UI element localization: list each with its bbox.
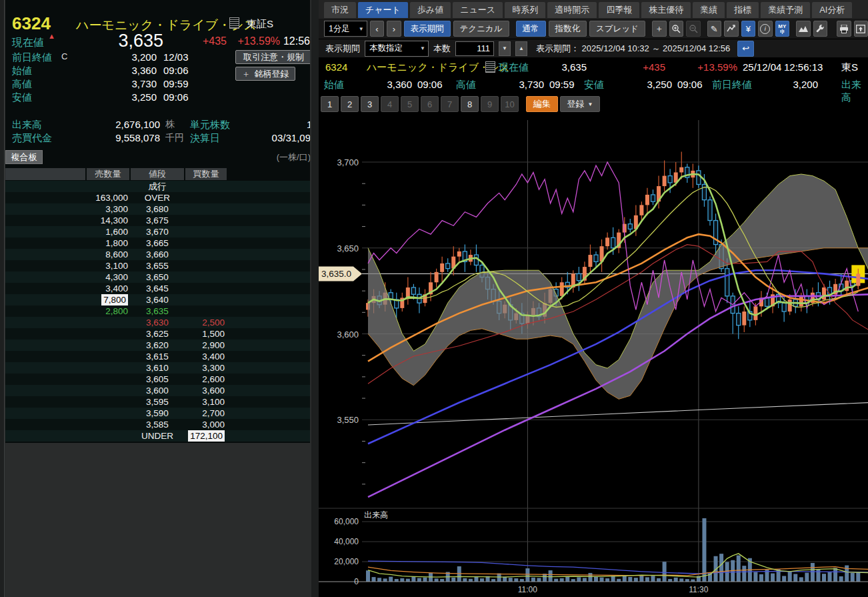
board-header-buy[interactable]: 買数量 xyxy=(185,168,227,180)
tab-ニュース[interactable]: ニュース xyxy=(453,2,503,18)
board-row[interactable]: 3,6052,600 xyxy=(5,374,310,385)
board-row[interactable]: 14,3003,675 xyxy=(5,215,310,226)
volume-value: 2,676,100 xyxy=(85,119,160,130)
tab-適時開示[interactable]: 適時開示 xyxy=(547,2,597,18)
price-level: 3,675 xyxy=(124,215,191,226)
board-row[interactable]: 163,000OVER xyxy=(5,192,310,203)
page-button-10[interactable]: 10 xyxy=(501,96,519,112)
tab-チャート[interactable]: チャート xyxy=(358,2,408,18)
page-button-2[interactable]: 2 xyxy=(341,96,359,112)
tab-四季報[interactable]: 四季報 xyxy=(599,2,639,18)
register-stock-button[interactable]: ＋ 銘柄登録 xyxy=(235,67,295,81)
yen-display-button[interactable]: ¥ xyxy=(741,21,756,37)
board-row[interactable]: 3,4003,645 xyxy=(5,283,310,294)
price-change-pct: +13.59% xyxy=(232,35,280,47)
y-axis-tick: 3,650 xyxy=(337,243,359,253)
board-header-price[interactable]: 値段 xyxy=(131,168,184,180)
tab-業績予測[interactable]: 業績予測 xyxy=(761,2,810,18)
board-row[interactable]: UNDER172,100 xyxy=(5,430,310,442)
board-row[interactable]: 3,5902,700 xyxy=(5,408,310,419)
technical-button[interactable]: テクニカル xyxy=(453,21,509,37)
volume-axis-tick: 20,000 xyxy=(334,557,359,566)
unit-shares-value: 1 xyxy=(307,119,310,130)
board-row[interactable]: 3,6302,500 xyxy=(5,317,310,328)
count-decrement-button[interactable]: ▼ xyxy=(499,41,511,56)
price-change: +435 xyxy=(180,35,227,47)
turnover-label: 売買代金 xyxy=(12,132,52,145)
price-level: 3,650 xyxy=(124,271,191,283)
tab-時系列[interactable]: 時系列 xyxy=(505,2,545,18)
board-row[interactable]: 3,6251,500 xyxy=(5,328,310,340)
volume-label: 出来高 xyxy=(12,119,42,131)
display-period-button[interactable]: 表示期間 xyxy=(404,21,451,37)
prev-button[interactable]: ‹ xyxy=(370,21,385,37)
tab-市況[interactable]: 市況 xyxy=(324,2,356,18)
board-row[interactable]: 成行 xyxy=(5,181,310,192)
register-button[interactable]: 登録▼ xyxy=(560,96,600,112)
count-increment-button[interactable]: ▲ xyxy=(515,41,527,56)
info-change-pct: +13.59% xyxy=(692,61,737,73)
draw-pencil-icon[interactable]: ✎ xyxy=(707,21,722,37)
my-chart-button[interactable]: MYı|ı xyxy=(775,21,790,37)
open-label: 始値 xyxy=(324,79,344,91)
trade-caution-button[interactable]: 取引注意・規制 xyxy=(235,50,310,64)
board-row[interactable]: 3,6103,300 xyxy=(5,362,310,374)
trendline-icon[interactable] xyxy=(724,21,739,37)
board-row[interactable]: 7,8003,640 xyxy=(5,294,310,306)
indexed-mode-button[interactable]: 指数化 xyxy=(549,21,587,37)
info-icon[interactable]: i xyxy=(758,21,773,37)
page-button-8[interactable]: 8 xyxy=(461,96,479,112)
settings-wrench-icon[interactable] xyxy=(813,21,828,37)
reset-period-button[interactable]: ↩ xyxy=(737,41,754,57)
chevron-down-icon: ▼ xyxy=(588,101,593,107)
page-button-3[interactable]: 3 xyxy=(361,96,379,112)
board-row[interactable]: 3,6003,600 xyxy=(5,385,310,396)
board-row[interactable]: 3,3003,680 xyxy=(5,203,310,215)
board-row[interactable]: 4,3003,650 xyxy=(5,271,310,283)
edit-button[interactable]: 編集 xyxy=(526,96,558,112)
board-header-sell[interactable]: 売数量 xyxy=(87,168,129,180)
tab-AI分析[interactable]: AI分析 xyxy=(812,2,852,18)
board-row[interactable]: 3,5953,100 xyxy=(5,396,310,408)
board-row[interactable]: 3,6202,900 xyxy=(5,340,310,351)
zoom-out-icon[interactable] xyxy=(686,21,701,37)
document-icon[interactable] xyxy=(485,61,495,73)
board-row[interactable]: 8,6003,660 xyxy=(5,249,310,260)
export-window-icon[interactable] xyxy=(854,21,868,37)
page-button-5[interactable]: 5 xyxy=(401,96,419,112)
page-button-1[interactable]: 1 xyxy=(321,96,339,112)
spread-mode-button[interactable]: スプレッド xyxy=(589,21,645,37)
page-button-9[interactable]: 9 xyxy=(481,96,499,112)
ohlc-time: 09:06 xyxy=(163,65,189,76)
board-row[interactable]: 1,8003,665 xyxy=(5,237,310,249)
board-row[interactable]: 2,8003,635 xyxy=(5,306,310,317)
crosshair-plus-icon[interactable]: ＋ xyxy=(652,21,667,37)
tab-歩み値[interactable]: 歩み値 xyxy=(410,2,451,18)
document-icon[interactable] xyxy=(229,17,239,29)
tab-株主優待[interactable]: 株主優待 xyxy=(641,2,691,18)
board-row[interactable]: 1,6003,670 xyxy=(5,226,310,237)
interval-select[interactable]: 1分足 ▼ xyxy=(324,21,367,37)
mountain-chart-icon[interactable] xyxy=(796,21,811,37)
board-row[interactable]: 3,5853,000 xyxy=(5,419,310,430)
buy-qty: 2,500 xyxy=(202,317,225,328)
board-row[interactable]: 3,6153,400 xyxy=(5,351,310,362)
page-button-4[interactable]: 4 xyxy=(381,96,399,112)
composite-board-button[interactable]: 複合板 xyxy=(5,150,43,164)
page-button-7[interactable]: 7 xyxy=(441,96,459,112)
page-button-6[interactable]: 6 xyxy=(421,96,439,112)
tab-業績[interactable]: 業績 xyxy=(693,2,725,18)
normal-mode-button[interactable]: 通常 xyxy=(516,21,546,37)
candlestick-chart[interactable]: 3,7003,6503,6003,55060,00040,00020,0000出… xyxy=(319,113,868,597)
ohlc-value: 3,200 xyxy=(85,51,157,63)
buy-qty: 3,000 xyxy=(202,419,225,430)
board-row[interactable]: 3,1003,655 xyxy=(5,260,310,271)
print-icon[interactable] xyxy=(837,21,851,37)
page-buttons-row: 12345678910編集登録▼ xyxy=(319,95,868,113)
count-input[interactable]: 111 xyxy=(455,41,494,56)
count-mode-select[interactable]: 本数指定 ▼ xyxy=(365,41,429,57)
buy-qty: 2,700 xyxy=(202,408,225,419)
tab-指標[interactable]: 指標 xyxy=(727,2,759,18)
next-button[interactable]: › xyxy=(387,21,401,37)
zoom-in-icon[interactable] xyxy=(669,21,684,37)
